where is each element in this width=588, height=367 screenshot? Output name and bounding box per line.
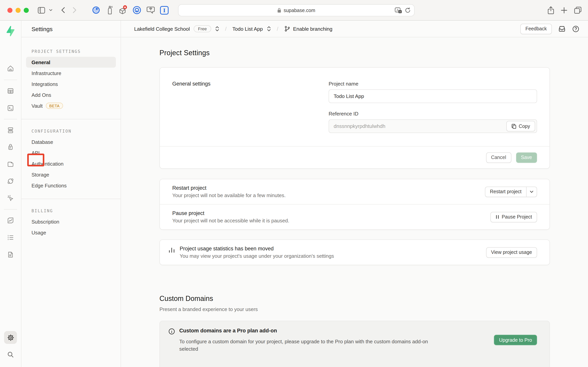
pause-project-description: Your project will not be accessible whil… bbox=[172, 218, 289, 224]
svg-text:I: I bbox=[163, 7, 165, 13]
back-button[interactable] bbox=[58, 5, 68, 15]
sidebar-title: Settings bbox=[32, 25, 52, 32]
advisors-icon[interactable] bbox=[7, 194, 14, 202]
clock-extension-icon[interactable] bbox=[91, 5, 101, 15]
search-icon[interactable] bbox=[7, 351, 14, 359]
section-label-configuration: CONFIGURATION bbox=[21, 119, 121, 133]
project-header-bar: Lakefield College School Free / Todo Lis… bbox=[121, 21, 588, 37]
package-heart-extension-icon[interactable] bbox=[118, 5, 128, 15]
project-name-label: Project name bbox=[329, 81, 537, 87]
settings-content: Project Settings General settings Projec… bbox=[121, 37, 588, 367]
sidebar-item-database[interactable]: Database bbox=[21, 136, 121, 147]
icon-rail bbox=[0, 21, 21, 367]
logs-icon[interactable] bbox=[7, 234, 14, 242]
section-label-billing: BILLING bbox=[21, 199, 121, 213]
copy-icon bbox=[511, 124, 516, 129]
sidebar-item-infrastructure[interactable]: Infrastructure bbox=[21, 68, 121, 79]
svg-text:x: x bbox=[399, 10, 401, 13]
pause-icon bbox=[496, 215, 499, 219]
chevron-down-icon[interactable] bbox=[47, 5, 54, 15]
sidebar-item-usage[interactable]: Usage bbox=[21, 227, 121, 238]
usage-moved-description: You may view your project's usage under … bbox=[180, 253, 334, 259]
api-docs-icon[interactable] bbox=[7, 251, 14, 259]
custom-domains-subtitle: Present a branded experience to your use… bbox=[160, 306, 588, 312]
forward-button[interactable] bbox=[69, 5, 80, 15]
inbox-icon[interactable] bbox=[558, 25, 566, 32]
database-icon[interactable] bbox=[7, 126, 14, 134]
project-switcher-icon[interactable] bbox=[267, 26, 271, 32]
translate-icon[interactable]: Ax bbox=[395, 7, 402, 13]
table-editor-icon[interactable] bbox=[7, 87, 14, 95]
upgrade-to-pro-button[interactable]: Upgrade to Pro bbox=[494, 335, 537, 345]
reports-icon[interactable] bbox=[7, 217, 14, 224]
new-tab-icon[interactable] bbox=[561, 7, 567, 14]
supabase-logo[interactable] bbox=[5, 26, 16, 36]
close-window-button[interactable] bbox=[7, 8, 12, 13]
general-settings-label: General settings bbox=[172, 81, 329, 133]
sql-editor-icon[interactable] bbox=[7, 104, 14, 112]
spray-bottle-extension-icon[interactable] bbox=[105, 5, 115, 15]
pause-project-title: Pause project bbox=[172, 210, 289, 216]
speech-bubble-extension-icon[interactable] bbox=[145, 5, 156, 15]
git-branch-icon bbox=[284, 26, 290, 32]
breadcrumb-org[interactable]: Lakefield College School bbox=[134, 26, 190, 32]
reload-icon[interactable] bbox=[405, 7, 411, 13]
pro-plan-alert-title: Custom domains are a Pro plan add-on bbox=[179, 328, 436, 334]
section-label-project-settings: PROJECT SETTINGS bbox=[21, 49, 121, 54]
pause-project-button[interactable]: Pause Project bbox=[490, 212, 537, 222]
authentication-icon[interactable] bbox=[7, 143, 14, 151]
sidebar-item-integrations[interactable]: Integrations bbox=[21, 79, 121, 89]
usage-moved-title: Project usage statistics has been moved bbox=[180, 246, 334, 251]
sidebar-item-edge-functions[interactable]: Edge Functions bbox=[21, 180, 121, 191]
cancel-button[interactable]: Cancel bbox=[486, 152, 511, 163]
home-icon[interactable] bbox=[7, 65, 14, 72]
custom-domains-title: Custom Domains bbox=[160, 295, 588, 303]
restart-options-chevron[interactable] bbox=[527, 186, 537, 197]
address-bar[interactable]: supabase.com Ax bbox=[178, 4, 415, 16]
sidebar-item-storage[interactable]: Storage bbox=[21, 169, 121, 180]
realtime-icon[interactable] bbox=[7, 177, 14, 185]
breadcrumb-divider: / bbox=[225, 26, 227, 32]
plan-badge: Free bbox=[194, 25, 211, 32]
settings-gear-icon[interactable] bbox=[4, 331, 17, 344]
info-circle-icon bbox=[168, 328, 175, 362]
enable-branching-button[interactable]: Enable branching bbox=[293, 26, 332, 32]
copy-button[interactable]: Copy bbox=[506, 121, 535, 131]
url-text: supabase.com bbox=[284, 8, 315, 13]
chevron-down-icon bbox=[530, 190, 534, 193]
zoom-window-button[interactable] bbox=[24, 8, 29, 13]
pause-project-row: Pause project Your project will not be a… bbox=[160, 204, 549, 229]
help-icon[interactable] bbox=[572, 25, 580, 33]
project-actions-card: Restart project Your project will not be… bbox=[160, 179, 550, 230]
feedback-button[interactable]: Feedback bbox=[520, 24, 552, 34]
window-controls bbox=[7, 8, 29, 13]
view-project-usage-button[interactable]: View project usage bbox=[486, 247, 537, 258]
onepassword-extension-icon[interactable] bbox=[132, 5, 142, 15]
save-button[interactable]: Save bbox=[516, 152, 537, 163]
sidebar-toggle-icon[interactable] bbox=[36, 5, 47, 15]
lock-icon bbox=[278, 8, 280, 10]
sidebar-item-api[interactable]: API bbox=[21, 147, 121, 158]
storage-icon[interactable] bbox=[7, 160, 14, 168]
page-title: Project Settings bbox=[160, 49, 588, 57]
sidebar-item-subscription[interactable]: Subscription bbox=[21, 216, 121, 227]
share-icon[interactable] bbox=[547, 6, 554, 14]
bar-chart-icon bbox=[168, 246, 175, 253]
sidebar-item-vault[interactable]: VaultBETA bbox=[21, 100, 121, 111]
tab-overview-icon[interactable] bbox=[574, 7, 582, 14]
general-settings-card: General settings Project name Reference … bbox=[160, 67, 550, 169]
org-switcher-icon[interactable] bbox=[215, 26, 219, 32]
sidebar-item-general[interactable]: General bbox=[26, 57, 116, 68]
minimize-window-button[interactable] bbox=[16, 8, 21, 13]
usage-moved-card: Project usage statistics has been moved … bbox=[160, 240, 550, 265]
breadcrumb-project[interactable]: Todo List App bbox=[232, 26, 263, 32]
settings-sidebar: Settings PROJECT SETTINGS General Infras… bbox=[21, 21, 121, 367]
restart-project-description: Your project will not be available for a… bbox=[172, 192, 286, 198]
instapaper-extension-icon[interactable]: I bbox=[159, 5, 169, 15]
reference-id-input bbox=[329, 119, 537, 133]
project-name-input[interactable] bbox=[329, 89, 537, 103]
restart-project-button[interactable]: Restart project bbox=[485, 186, 527, 197]
sidebar-item-add-ons[interactable]: Add Ons bbox=[21, 89, 121, 100]
pro-plan-alert-description: To configure a custom domain for your pr… bbox=[179, 338, 436, 353]
sidebar-item-authentication[interactable]: Authentication bbox=[21, 158, 121, 169]
